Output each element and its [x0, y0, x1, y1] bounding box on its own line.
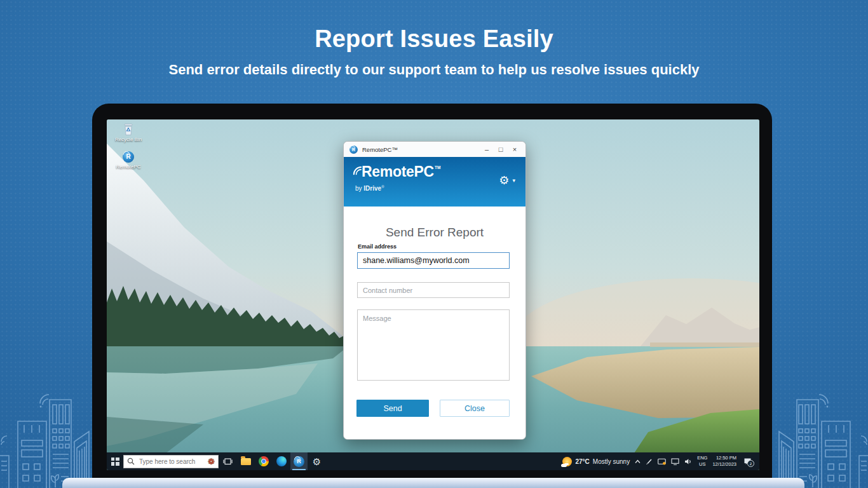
language-code: ENG — [697, 455, 707, 461]
caret-down-icon: ▾ — [512, 177, 515, 184]
page-subtitle: Send error details directly to our suppo… — [0, 62, 868, 78]
form-heading: Send Error Report — [344, 226, 526, 240]
page-background: Report Issues Easily Send error details … — [0, 0, 868, 488]
desktop-icon-remotepc[interactable]: R RemotePC — [112, 151, 145, 170]
taskbar-icon-edge[interactable] — [273, 452, 290, 470]
folder-icon — [241, 458, 251, 465]
touch-keyboard-icon[interactable] — [658, 458, 666, 465]
remotepc-icon: R — [294, 456, 304, 467]
registered-mark: ® — [381, 185, 384, 189]
display-icon[interactable] — [671, 458, 679, 465]
minimize-button[interactable]: – — [480, 142, 494, 157]
desktop-icon-label: RemotePC — [112, 164, 145, 170]
error-report-form: Send Error Report Email address Send Clo… — [344, 207, 526, 440]
recycle-bin-icon — [123, 123, 134, 135]
system-tray: 27°C Mostly sunny — [562, 455, 759, 468]
logo-byline: by IDrive® — [355, 185, 384, 192]
laptop-mockup: Recycle Bin R RemotePC R RemotePC™ – □ × — [92, 104, 772, 478]
remotepc-window: R RemotePC™ – □ × RemotePC TM — [343, 141, 526, 440]
search-box[interactable]: ❁ — [123, 455, 219, 468]
desktop-icon-recycle-bin[interactable]: Recycle Bin — [112, 123, 145, 142]
speaker-icon[interactable] — [684, 458, 692, 465]
clock[interactable]: 12:50 PM 12/12/2023 — [712, 455, 736, 468]
windows-logo-icon — [111, 458, 119, 466]
city-skyline-right — [773, 390, 868, 488]
hero-banner: Report Issues Easily Send error details … — [0, 0, 868, 78]
laptop-screen: Recycle Bin R RemotePC R RemotePC™ – □ × — [107, 119, 759, 470]
search-icon — [127, 458, 135, 465]
message-textarea[interactable] — [357, 309, 510, 381]
temperature: 27°C — [575, 458, 589, 465]
chrome-icon — [259, 456, 269, 466]
page-title: Report Issues Easily — [0, 25, 868, 53]
settings-gear-icon: ⚙ — [313, 457, 321, 466]
taskbar-icon-settings[interactable]: ⚙ — [308, 452, 325, 470]
remotepc-window-icon: R — [349, 146, 358, 154]
taskbar-icon-chrome[interactable] — [255, 452, 272, 470]
taskbar-icon-file-explorer[interactable] — [237, 452, 254, 470]
app-header: RemotePC TM by IDrive® ⚙ ▾ — [344, 157, 526, 207]
byline-prefix: by — [355, 185, 362, 192]
remotepc-icon: R — [123, 151, 134, 163]
logo-tm: TM — [435, 165, 440, 170]
laptop-base — [62, 478, 804, 488]
taskbar: ❁ R — [107, 452, 759, 470]
edge-icon — [276, 456, 287, 466]
start-button[interactable] — [107, 452, 123, 470]
weather-widget[interactable]: 27°C Mostly sunny — [562, 457, 630, 466]
settings-menu-button[interactable]: ⚙ ▾ — [499, 175, 515, 186]
weather-condition: Mostly sunny — [593, 458, 630, 465]
email-input[interactable] — [357, 252, 510, 269]
city-skyline-left — [0, 390, 95, 488]
region-code: US — [697, 461, 707, 468]
maximize-button[interactable]: □ — [494, 142, 508, 157]
taskbar-icon-remotepc[interactable]: R — [290, 452, 308, 470]
poinsettia-icon: ❁ — [208, 458, 215, 466]
window-titlebar: R RemotePC™ – □ × — [344, 142, 526, 157]
logo-text: RemotePC — [362, 165, 434, 179]
task-view-icon — [223, 457, 233, 466]
window-title: RemotePC™ — [362, 146, 480, 153]
byline-company: IDrive — [363, 185, 381, 192]
desktop-icon-label: Recycle Bin — [112, 137, 145, 142]
form-close-button[interactable]: Close — [440, 400, 510, 417]
weather-icon — [562, 457, 572, 466]
remotepc-logo: RemotePC TM — [353, 165, 440, 180]
send-button[interactable]: Send — [356, 400, 429, 417]
tray-time: 12:50 PM — [712, 455, 736, 461]
notification-center-button[interactable]: 2 — [743, 458, 752, 465]
tray-chevron-icon[interactable] — [635, 459, 641, 464]
tray-date: 12/12/2023 — [712, 461, 736, 468]
notification-badge: 2 — [747, 460, 754, 467]
search-input[interactable] — [138, 458, 205, 466]
pen-icon[interactable] — [646, 458, 653, 465]
language-indicator[interactable]: ENG US — [697, 455, 707, 468]
signal-arcs-icon — [353, 165, 362, 180]
close-window-button[interactable]: × — [508, 142, 522, 157]
email-label: Email address — [358, 243, 397, 250]
gear-icon: ⚙ — [499, 175, 509, 186]
taskbar-icon-task-view[interactable] — [219, 452, 236, 470]
contact-input[interactable] — [357, 282, 510, 298]
